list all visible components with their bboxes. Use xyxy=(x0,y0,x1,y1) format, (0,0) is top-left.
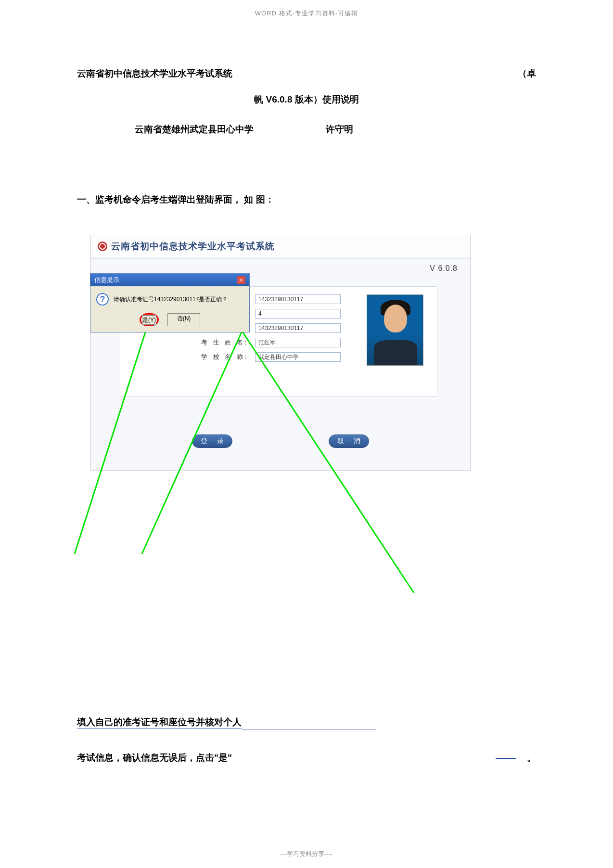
exam-app-window: 云南省初中信息技术学业水平考试系统 V 6.0.8 准 考 证 号: 座 位 号… xyxy=(90,235,471,471)
instruction-tail: 。 xyxy=(496,752,536,764)
embedded-screenshot: 云南省初中信息技术学业水平考试系统 V 6.0.8 准 考 证 号: 座 位 号… xyxy=(77,235,472,509)
yes-button[interactable]: 是(Y) xyxy=(142,315,156,325)
underline-extension xyxy=(242,729,376,729)
login-button[interactable]: 登 录 xyxy=(192,434,232,448)
row-name: 考 生 姓 名: xyxy=(201,338,341,347)
label-name: 考 生 姓 名: xyxy=(201,338,255,347)
doc-title-left: 云南省初中信息技术学业水平考试系统 xyxy=(77,67,232,80)
confirm-dialog: 信息提示 × ? 请确认准考证号14323290130117是否正确？ 是(Y)… xyxy=(90,273,250,332)
input-seat[interactable] xyxy=(255,309,341,319)
close-icon[interactable]: × xyxy=(237,276,245,284)
app-titlebar: 云南省初中信息技术学业水平考试系统 xyxy=(91,235,470,259)
annotation-circle: 是(Y) xyxy=(140,313,159,326)
input-name[interactable] xyxy=(255,338,341,347)
doc-title-row2: 帆 V6.0.8 版本）使用说明 xyxy=(77,93,536,106)
button-bar: 登 录 取 消 xyxy=(91,434,470,448)
instruction-block: 填入自己的准考证号和座位号并核对个人 考试信息，确认信息无误后，点击"是" 。 xyxy=(77,716,536,764)
cancel-button[interactable]: 取 消 xyxy=(329,434,369,448)
label-school: 学 校 名 称: xyxy=(201,353,255,361)
doc-title-right: （卓 xyxy=(518,67,536,80)
row-school: 学 校 名 称: xyxy=(201,352,341,362)
section-1-heading: 一、监考机命令启考生端弹出登陆界面， 如 图： xyxy=(77,193,536,206)
photo-face xyxy=(384,305,407,332)
school-name: 云南省楚雄州武定县田心中学 xyxy=(135,123,254,136)
top-rule xyxy=(34,6,579,6)
dialog-content: ? 请确认准考证号14323290130117是否正确？ xyxy=(96,293,243,306)
input-exam-id[interactable] xyxy=(255,294,341,304)
input-school[interactable] xyxy=(255,352,341,362)
author-name: 许守明 xyxy=(326,123,353,136)
instruction-text-1: 填入自己的准考证号和座位号并核对个人 xyxy=(77,717,242,727)
version-label: V 6.0.8 xyxy=(430,264,458,273)
app-logo-icon xyxy=(98,242,107,251)
input-reg-id[interactable] xyxy=(255,323,341,333)
dialog-titlebar: 信息提示 × xyxy=(90,274,249,286)
dialog-message: 请确认准考证号14323290130117是否正确？ xyxy=(114,295,228,304)
page-header: WORD 格式-专业学习资料-可编辑 xyxy=(0,9,613,18)
student-photo xyxy=(367,294,423,366)
instruction-line2: 考试信息，确认信息无误后，点击"是" 。 xyxy=(77,752,536,764)
document-body: 云南省初中信息技术学业水平考试系统 （卓 帆 V6.0.8 版本）使用说明 云南… xyxy=(77,67,536,764)
page-footer: ---学习资料分享---- xyxy=(0,850,613,858)
blank-underline xyxy=(496,758,516,759)
doc-title-row3: 云南省楚雄州武定县田心中学 许守明 xyxy=(77,123,536,136)
question-icon: ? xyxy=(96,293,109,306)
instruction-line1: 填入自己的准考证号和座位号并核对个人 xyxy=(77,716,536,728)
instruction-text-2: 考试信息，确认信息无误后，点击"是" xyxy=(77,752,232,764)
no-button[interactable]: 否(N) xyxy=(167,313,200,326)
period: 。 xyxy=(527,753,536,763)
dialog-body: ? 请确认准考证号14323290130117是否正确？ 是(Y) 否(N) xyxy=(90,286,249,332)
photo-body xyxy=(374,340,417,365)
dialog-title: 信息提示 xyxy=(94,276,119,284)
dialog-buttons: 是(Y) 否(N) xyxy=(96,313,243,326)
app-title: 云南省初中信息技术学业水平考试系统 xyxy=(111,240,275,253)
doc-title-row1: 云南省初中信息技术学业水平考试系统 （卓 xyxy=(77,67,536,80)
